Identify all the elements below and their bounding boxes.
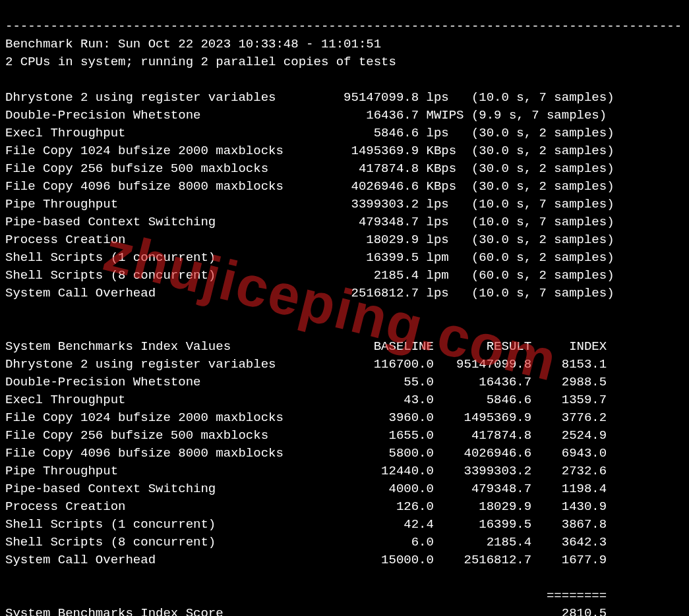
result-row: File Copy 4096 bufsize 8000 maxblocks 40… [5, 178, 685, 196]
result-row: Shell Scripts (1 concurrent) 16399.5 lpm… [5, 249, 685, 267]
index-row: File Copy 1024 bufsize 2000 maxblocks 39… [5, 409, 685, 427]
blank-line [5, 72, 13, 87]
terminal-output: ----------------------------------------… [0, 0, 689, 616]
index-row: Dhrystone 2 using register variables 116… [5, 356, 685, 374]
result-row: Shell Scripts (8 concurrent) 2185.4 lpm … [5, 267, 685, 285]
index-row: Execl Throughput 43.0 5846.6 1359.7 [5, 391, 685, 409]
index-score: System Benchmarks Index Score 2810.5 [5, 606, 607, 616]
index-table: Dhrystone 2 using register variables 116… [5, 356, 685, 569]
index-row: Pipe-based Context Switching 4000.0 4793… [5, 480, 685, 498]
index-row: Shell Scripts (8 concurrent) 6.0 2185.4 … [5, 534, 685, 551]
results-table: Dhrystone 2 using register variables 951… [5, 89, 685, 302]
index-separator: ======== [5, 588, 607, 603]
cpu-header: 2 CPUs in system; running 2 parallel cop… [5, 55, 396, 69]
result-row: Process Creation 18029.9 lps (30.0 s, 2 … [5, 231, 685, 249]
index-header-row: System Benchmarks Index Values BASELINE … [5, 339, 607, 354]
index-row: Double-Precision Whetstone 55.0 16436.7 … [5, 374, 685, 391]
divider-line: ----------------------------------------… [5, 19, 682, 34]
index-row: Pipe Throughput 12440.0 3399303.2 2732.6 [5, 462, 685, 480]
result-row: Pipe-based Context Switching 479348.7 lp… [5, 213, 685, 231]
result-row: Dhrystone 2 using register variables 951… [5, 89, 685, 107]
result-row: Double-Precision Whetstone 16436.7 MWIPS… [5, 107, 685, 125]
result-row: File Copy 256 bufsize 500 maxblocks 4178… [5, 160, 685, 178]
result-row: Pipe Throughput 3399303.2 lps (10.0 s, 7… [5, 196, 685, 213]
index-row: File Copy 4096 bufsize 8000 maxblocks 58… [5, 445, 685, 462]
index-row: Shell Scripts (1 concurrent) 42.4 16399.… [5, 516, 685, 534]
index-row: File Copy 256 bufsize 500 maxblocks 1655… [5, 427, 685, 445]
index-row: Process Creation 126.0 18029.9 1430.9 [5, 498, 685, 516]
blank-line [5, 322, 13, 336]
result-row: Execl Throughput 5846.6 lps (30.0 s, 2 s… [5, 125, 685, 142]
run-header: Benchmark Run: Sun Oct 22 2023 10:33:48 … [5, 37, 381, 51]
index-row: System Call Overhead 15000.0 2516812.7 1… [5, 551, 685, 569]
result-row: File Copy 1024 bufsize 2000 maxblocks 14… [5, 142, 685, 160]
result-row: System Call Overhead 2516812.7 lps (10.0… [5, 285, 685, 302]
